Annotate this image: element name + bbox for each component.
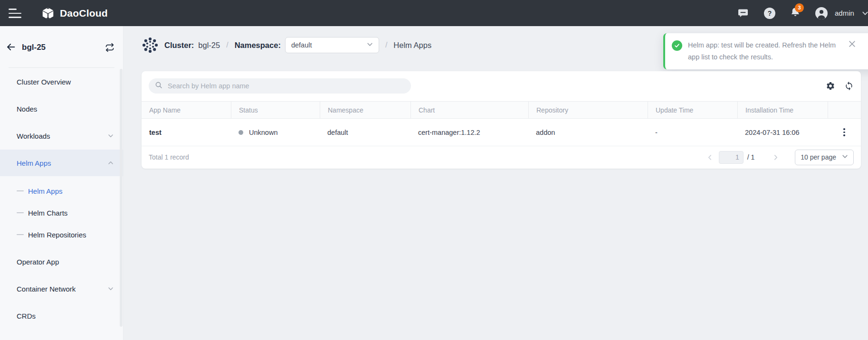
sidebar-item-helm-apps-group[interactable]: Helm Apps <box>0 150 123 176</box>
chevron-down-icon <box>108 285 114 293</box>
column-header-update-time: Update Time <box>648 102 737 118</box>
dash-bullet <box>17 234 24 235</box>
notification-badge: 3 <box>795 3 804 12</box>
column-header-namespace: Namespace <box>320 102 410 118</box>
user-name[interactable]: admin <box>835 0 854 26</box>
sidebar-item-helm-charts[interactable]: Helm Charts <box>0 202 123 224</box>
breadcrumb-separator: / <box>226 41 228 49</box>
sidebar-cluster-name: bgl-25 <box>22 43 46 52</box>
chevron-down-icon <box>842 153 848 161</box>
brand-logo: DaoCloud <box>41 0 108 26</box>
breadcrumb-page-title: Helm Apps <box>393 41 431 50</box>
refresh-icon[interactable] <box>844 81 854 91</box>
close-icon[interactable] <box>849 40 856 47</box>
cell-chart: cert-manager:1.12.2 <box>410 129 528 136</box>
chevron-up-icon <box>108 159 114 167</box>
search-icon <box>155 81 162 91</box>
column-header-status: Status <box>231 102 320 118</box>
status-unknown-dot-icon <box>238 130 243 135</box>
column-header-chart: Chart <box>410 102 528 118</box>
user-menu-chevron-icon[interactable] <box>862 0 868 26</box>
breadcrumb-cluster-value[interactable]: bgl-25 <box>198 41 220 50</box>
sidebar-divider <box>9 67 114 68</box>
page-size-select[interactable]: 10 per page <box>795 150 854 165</box>
pagination: 1 / 1 10 per page <box>705 150 854 165</box>
namespace-select[interactable]: default <box>285 37 379 53</box>
column-header-repository: Repository <box>528 102 648 118</box>
cell-status: Unknown <box>231 129 320 136</box>
current-page-input[interactable]: 1 <box>719 151 744 164</box>
sidebar-nav: Cluster Overview Nodes Workloads Helm Ap… <box>0 68 123 330</box>
total-records-text: Total 1 record <box>149 153 189 161</box>
table-row: test Unknown default cert-manager:1.12.2… <box>142 119 861 146</box>
breadcrumb-cluster-label: Cluster: <box>164 41 194 50</box>
sidebar-item-helm-repositories[interactable]: Helm Repositories <box>0 224 123 246</box>
sidebar-scrollbar[interactable] <box>120 69 123 327</box>
sidebar-item-workloads[interactable]: Workloads <box>0 123 123 150</box>
breadcrumb-separator: / <box>385 41 387 49</box>
success-check-icon <box>672 40 682 51</box>
back-arrow-icon[interactable] <box>6 42 16 52</box>
sidebar-item-cluster-overview[interactable]: Cluster Overview <box>0 68 123 95</box>
cell-repository: addon <box>528 129 648 136</box>
table-footer: Total 1 record 1 / 1 10 per page <box>142 146 861 169</box>
dash-bullet <box>17 190 24 191</box>
chevron-down-icon <box>367 41 373 49</box>
sidebar-item-helm-apps[interactable]: Helm Apps <box>0 180 123 202</box>
daocloud-cube-icon <box>41 6 55 20</box>
app-window: DaoCloud ? 3 <box>0 0 868 340</box>
sidebar-subgroup: Helm Apps Helm Charts Helm Repositories <box>0 176 123 248</box>
search-input[interactable] <box>167 82 411 90</box>
next-page-chevron-icon[interactable] <box>771 152 781 162</box>
page-size-value: 10 per page <box>801 153 836 161</box>
search-bar <box>149 78 411 94</box>
user-avatar[interactable] <box>815 0 828 26</box>
column-header-installation-time: Installation Time <box>737 102 828 118</box>
toast-message: Helm app: test will be created. Refresh … <box>688 39 846 63</box>
sidebar-item-crds[interactable]: CRDs <box>0 302 123 330</box>
cell-app-name: test <box>149 129 162 136</box>
messages-icon[interactable] <box>738 0 748 26</box>
namespace-select-value: default <box>291 41 312 49</box>
breadcrumb-namespace-label: Namespace: <box>235 41 281 50</box>
notifications-bell-icon[interactable]: 3 <box>790 0 868 26</box>
chevron-down-icon <box>108 132 114 140</box>
cell-namespace: default <box>320 129 410 136</box>
page-count-text: / 1 <box>747 153 755 161</box>
switch-cluster-icon[interactable] <box>105 42 115 53</box>
cluster-dots-icon <box>142 37 159 54</box>
hamburger-menu-icon[interactable] <box>9 9 21 18</box>
row-actions-kebab-icon[interactable] <box>839 125 849 139</box>
cell-installation-time: 2024-07-31 16:06 <box>737 129 828 136</box>
sidebar-item-nodes[interactable]: Nodes <box>0 95 123 123</box>
help-icon[interactable]: ? <box>764 0 775 26</box>
settings-gear-icon[interactable] <box>826 81 835 91</box>
sidebar-item-operator-app[interactable]: Operator App <box>0 248 123 275</box>
previous-page-chevron-icon[interactable] <box>705 152 715 162</box>
helm-apps-panel: App Name Status Namespace Chart Reposito… <box>142 71 861 169</box>
sidebar: bgl-25 Cluster Overview Nodes Workloads <box>0 26 124 340</box>
breadcrumb: Cluster: bgl-25 / Namespace: default / H… <box>142 35 431 55</box>
cell-update-time: - <box>648 129 737 136</box>
column-header-app-name: App Name <box>142 102 231 118</box>
success-toast: Helm app: test will be created. Refresh … <box>663 33 868 69</box>
sidebar-header: bgl-25 <box>0 26 123 67</box>
dash-bullet <box>17 212 24 213</box>
brand-name: DaoCloud <box>60 8 108 19</box>
table-header: App Name Status Namespace Chart Reposito… <box>142 101 861 119</box>
sidebar-item-container-network[interactable]: Container Network <box>0 275 123 302</box>
top-bar: DaoCloud ? 3 <box>0 0 868 26</box>
column-header-actions <box>828 102 861 118</box>
